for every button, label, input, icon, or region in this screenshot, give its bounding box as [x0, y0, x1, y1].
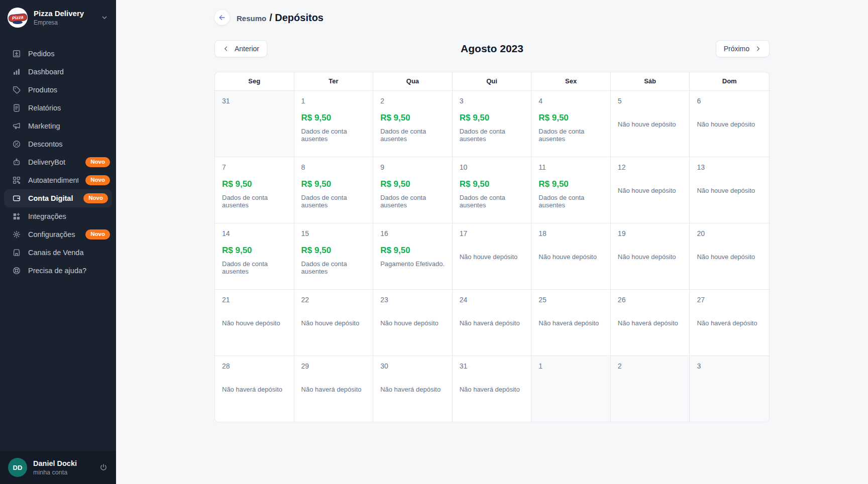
next-month-button[interactable]: Próximo [716, 40, 770, 57]
deposit-status: Não houve depósito [618, 253, 683, 261]
chevron-down-icon [100, 13, 109, 22]
deposit-amount: R$ 9,50 [380, 179, 445, 189]
deposit-amount: R$ 9,50 [460, 179, 524, 189]
deposit-status: Não houve depósito [697, 187, 762, 194]
day-number: 23 [380, 296, 445, 304]
power-icon[interactable] [99, 463, 108, 472]
deposit-status: Não haverá depósito [222, 386, 287, 393]
day-number: 6 [697, 97, 762, 105]
calendar-day-cell: 10R$ 9,50Dados de conta ausentes [453, 157, 532, 223]
company-switcher[interactable]: Pizza Pizza Delivery Empresa [0, 0, 116, 34]
day-number: 3 [697, 362, 762, 370]
calendar-day-cell: 2R$ 9,50Dados de conta ausentes [373, 90, 453, 157]
orders-icon [12, 49, 21, 58]
deposit-note: Dados de conta ausentes [222, 260, 287, 275]
sidebar-item-deliverybot[interactable]: DeliveryBotNovo [0, 153, 116, 171]
wallet-icon [12, 194, 21, 203]
main-content: Resumo/ Depósitos Anterior Agosto 2023 P… [116, 0, 868, 484]
blocks-icon [12, 212, 21, 221]
calendar-day-cell: 7R$ 9,50Dados de conta ausentes [215, 157, 294, 223]
day-number: 2 [380, 97, 445, 105]
deposit-status: Não houve depósito [460, 253, 524, 261]
day-number: 21 [222, 296, 287, 304]
deposits-calendar: SegTerQuaQuiSexSábDom 311R$ 9,50Dados de… [214, 72, 770, 422]
day-number: 27 [697, 296, 762, 304]
calendar-day-cell: 26Não haverá depósito [611, 289, 690, 355]
sidebar-item-label: Relatórios [28, 104, 110, 112]
deposit-note: Dados de conta ausentes [460, 194, 524, 209]
day-number: 1 [301, 97, 366, 105]
chevron-left-icon [223, 45, 230, 52]
sidebar-item-pedidos[interactable]: Pedidos [0, 45, 116, 63]
user-meta: Daniel Docki minha conta [33, 459, 93, 476]
month-navigation: Anterior Agosto 2023 Próximo [214, 40, 770, 57]
day-number: 12 [618, 163, 683, 171]
day-number: 26 [618, 296, 683, 304]
deposit-status: Não houve depósito [697, 253, 762, 261]
day-number: 14 [222, 229, 287, 237]
company-name: Pizza Delivery [34, 9, 94, 19]
sidebar-item-label: Configurações [28, 230, 78, 238]
company-subtitle: Empresa [34, 19, 94, 26]
day-number: 29 [301, 362, 366, 370]
calendar-grid: 311R$ 9,50Dados de conta ausentes2R$ 9,5… [215, 90, 769, 422]
sidebar-item-label: Conta Digital [28, 194, 76, 202]
deposit-status: Não haverá depósito [538, 319, 603, 327]
deposit-status: Não houve depósito [538, 253, 603, 261]
calendar-day-cell: 8R$ 9,50Dados de conta ausentes [294, 157, 374, 223]
sidebar-item-dashboard[interactable]: Dashboard [0, 63, 116, 81]
day-number: 3 [460, 97, 524, 105]
sidebar-item-marketing[interactable]: Marketing [0, 117, 116, 135]
back-button[interactable] [214, 10, 230, 25]
day-number: 22 [301, 296, 366, 304]
calendar-day-cell: 13Não houve depósito [690, 157, 769, 223]
qr-icon [12, 176, 21, 185]
next-month-label: Próximo [724, 45, 749, 53]
calendar-day-cell: 15R$ 9,50Dados de conta ausentes [294, 223, 374, 289]
sidebar-item-configuracoes[interactable]: ConfiguraçõesNovo [0, 225, 116, 244]
user-menu[interactable]: DD Daniel Docki minha conta [0, 451, 116, 484]
calendar-day-cell: 1R$ 9,50Dados de conta ausentes [294, 90, 374, 157]
day-number: 1 [538, 362, 603, 370]
sidebar-item-conta-digital[interactable]: Conta DigitalNovo [4, 189, 112, 207]
page-title: Resumo/ Depósitos [237, 12, 323, 24]
deposit-amount: R$ 9,50 [222, 246, 287, 256]
sidebar-item-relatorios[interactable]: Relatórios [0, 99, 116, 117]
calendar-day-cell: 9R$ 9,50Dados de conta ausentes [373, 157, 453, 223]
calendar-day-cell: 21Não houve depósito [215, 289, 294, 355]
sidebar-item-label: DeliveryBot [28, 158, 78, 166]
breadcrumb-section: Resumo [237, 14, 266, 23]
deposit-status: Não houve depósito [697, 120, 762, 128]
calendar-day-cell: 25Não haverá depósito [531, 289, 611, 355]
weekday-header: Dom [690, 72, 769, 90]
calendar-day-cell: 30Não haverá depósito [373, 355, 453, 422]
day-number: 10 [460, 163, 524, 171]
sidebar-item-descontos[interactable]: Descontos [0, 135, 116, 153]
sidebar-item-autoatendimento[interactable]: AutoatendimentoNovo [0, 171, 116, 189]
deposit-amount: R$ 9,50 [538, 113, 603, 123]
deposit-amount: R$ 9,50 [380, 113, 445, 123]
deposit-status: Não haverá depósito [618, 319, 683, 327]
calendar-day-cell: 23Não houve depósito [373, 289, 453, 355]
calendar-day-cell: 2 [611, 355, 690, 422]
weekday-header: Sex [531, 72, 611, 90]
deposit-status: Não haverá depósito [460, 386, 524, 393]
day-number: 16 [380, 229, 445, 237]
previous-month-label: Anterior [235, 45, 259, 53]
sidebar-item-canais-de-venda[interactable]: Canais de Venda [0, 244, 116, 262]
deposit-status: Não haverá depósito [380, 386, 445, 393]
day-number: 15 [301, 229, 366, 237]
sidebar-item-label: Descontos [28, 140, 110, 148]
deposit-status: Não houve depósito [222, 319, 287, 327]
deposit-note: Dados de conta ausentes [301, 260, 366, 275]
previous-month-button[interactable]: Anterior [214, 40, 267, 57]
novo-badge: Novo [83, 193, 108, 203]
sidebar-item-integracoes[interactable]: Integrações [0, 207, 116, 225]
day-number: 9 [380, 163, 445, 171]
report-icon [12, 103, 21, 112]
deposit-status: Não houve depósito [380, 319, 445, 327]
day-number: 2 [618, 362, 683, 370]
sidebar-item-produtos[interactable]: Produtos [0, 81, 116, 99]
back-arrow-icon [218, 14, 226, 22]
sidebar-item-precisa-de-ajuda[interactable]: Precisa de ajuda? [0, 262, 116, 280]
